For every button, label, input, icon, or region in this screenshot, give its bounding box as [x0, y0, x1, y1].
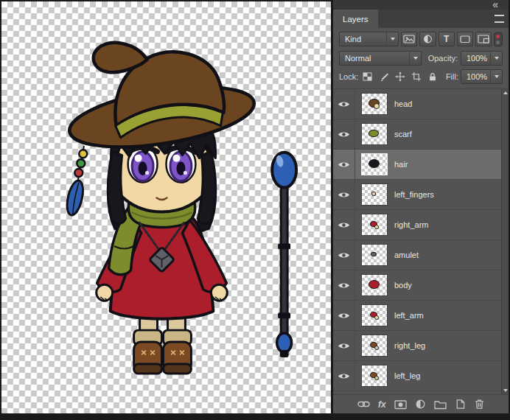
lock-transparent-pixels-icon[interactable] — [360, 70, 374, 83]
layer-row[interactable]: left_fingers — [333, 180, 501, 210]
staff-art — [272, 153, 296, 357]
scroll-up-arrow-icon[interactable] — [502, 91, 509, 94]
chevron-down-icon — [490, 70, 502, 83]
layer-name: left_arm — [394, 311, 424, 320]
filter-smart-objects-icon[interactable] — [475, 32, 492, 46]
new-layer-icon[interactable] — [455, 399, 466, 410]
fill-value: 100% — [467, 72, 487, 81]
layer-visibility-toggle[interactable] — [333, 180, 355, 209]
layer-visibility-toggle[interactable] — [333, 331, 355, 360]
scroll-down-arrow-icon[interactable] — [502, 389, 509, 392]
filter-pixel-layers-icon[interactable] — [401, 32, 417, 46]
layer-visibility-toggle[interactable] — [333, 361, 355, 391]
layer-thumbnail[interactable] — [361, 214, 388, 236]
panel-tab-bar: Layers — [333, 10, 509, 28]
layer-rows: head scarf hair left_fingers — [333, 89, 501, 391]
filter-type-layers-icon[interactable]: T — [439, 32, 455, 46]
layer-name: hair — [394, 160, 408, 169]
layer-visibility-toggle[interactable] — [333, 301, 355, 330]
layer-thumbnail[interactable] — [361, 304, 388, 326]
layers-panel-footer: fx — [333, 394, 509, 413]
eye-icon — [338, 342, 350, 350]
filter-row: Kind T — [339, 32, 503, 46]
character-art — [64, 43, 258, 374]
fill-dropdown[interactable]: 100% — [461, 69, 503, 84]
layer-name: left_leg — [394, 371, 420, 380]
tab-layers[interactable]: Layers — [333, 10, 378, 28]
chevron-down-icon — [490, 52, 502, 65]
blend-mode-value: Normal — [345, 54, 371, 63]
layer-thumbnail[interactable] — [361, 183, 388, 206]
eye-icon — [338, 221, 350, 229]
lock-image-pixels-icon[interactable] — [377, 70, 391, 83]
eye-icon — [338, 100, 350, 108]
opacity-value: 100% — [467, 54, 487, 63]
layer-row[interactable]: hair — [333, 150, 501, 180]
layer-row[interactable]: left_arm — [333, 301, 501, 331]
eye-icon — [338, 130, 350, 139]
layer-visibility-toggle[interactable] — [333, 119, 355, 149]
lock-all-icon[interactable] — [425, 70, 439, 83]
delete-layer-icon[interactable] — [474, 399, 485, 410]
eye-icon — [338, 191, 350, 199]
lock-position-icon[interactable] — [393, 70, 407, 83]
kind-filter-label: Kind — [345, 35, 361, 43]
layer-thumbnail[interactable] — [361, 153, 388, 175]
layer-thumbnail[interactable] — [361, 123, 388, 145]
layer-row[interactable]: right_arm — [333, 210, 501, 240]
layer-list-scrollbar[interactable] — [501, 89, 509, 394]
layer-visibility-toggle[interactable] — [333, 270, 355, 300]
layer-name: amulet — [394, 251, 419, 259]
chevron-down-icon — [409, 52, 421, 65]
opacity-label: Opacity: — [428, 54, 458, 63]
layer-filter-toggle[interactable] — [494, 32, 503, 46]
lock-artboard-icon[interactable] — [409, 70, 423, 83]
add-layer-mask-icon[interactable] — [394, 399, 407, 410]
filter-shape-layers-icon[interactable] — [457, 32, 473, 46]
blend-row: Normal Opacity: 100% — [339, 51, 503, 66]
layer-thumbnail[interactable] — [361, 365, 388, 387]
layer-name: left_fingers — [394, 190, 434, 199]
lock-label: Lock: — [339, 72, 358, 81]
layer-name: right_leg — [394, 341, 425, 350]
panel-menu-icon[interactable] — [489, 10, 509, 28]
layer-visibility-toggle[interactable] — [333, 150, 355, 179]
character-artwork — [1, 1, 331, 413]
type-glyph: T — [444, 35, 449, 43]
layer-name: body — [394, 281, 412, 290]
panel-dock-header: « — [333, 0, 509, 10]
layer-visibility-toggle[interactable] — [333, 89, 355, 119]
eye-icon — [338, 161, 350, 169]
opacity-dropdown[interactable]: 100% — [461, 51, 503, 66]
eye-icon — [338, 251, 350, 259]
layers-controls: Kind T — [333, 28, 509, 88]
layer-thumbnail[interactable] — [361, 274, 388, 296]
layer-style-icon[interactable]: fx — [378, 399, 386, 410]
layer-row[interactable]: right_leg — [333, 331, 501, 361]
document-canvas[interactable] — [1, 1, 331, 413]
kind-filter-dropdown[interactable]: Kind — [339, 32, 399, 46]
new-group-icon[interactable] — [434, 399, 447, 410]
layer-row[interactable]: left_leg — [333, 361, 501, 391]
filter-adjustment-layers-icon[interactable] — [419, 32, 436, 46]
new-adjustment-layer-icon[interactable] — [415, 399, 426, 410]
layer-thumbnail[interactable] — [361, 244, 388, 266]
layer-thumbnail[interactable] — [361, 335, 388, 357]
layer-visibility-toggle[interactable] — [333, 240, 355, 270]
layer-row[interactable]: head — [333, 89, 501, 119]
blend-mode-dropdown[interactable]: Normal — [339, 51, 422, 66]
layer-list: head scarf hair left_fingers — [333, 88, 509, 394]
layer-thumbnail[interactable] — [361, 93, 388, 115]
chevron-down-icon — [386, 32, 398, 46]
layer-row[interactable]: scarf — [333, 119, 501, 150]
eye-icon — [338, 312, 350, 320]
lock-row: Lock: — [339, 69, 503, 88]
eye-icon — [338, 281, 350, 290]
layer-name: right_arm — [394, 220, 428, 229]
collapse-panels-icon[interactable]: « — [492, 1, 497, 9]
fill-label: Fill: — [446, 72, 458, 81]
link-layers-icon[interactable] — [357, 399, 370, 409]
layer-visibility-toggle[interactable] — [333, 210, 355, 239]
layer-row[interactable]: body — [333, 270, 501, 301]
layer-row[interactable]: amulet — [333, 240, 501, 270]
